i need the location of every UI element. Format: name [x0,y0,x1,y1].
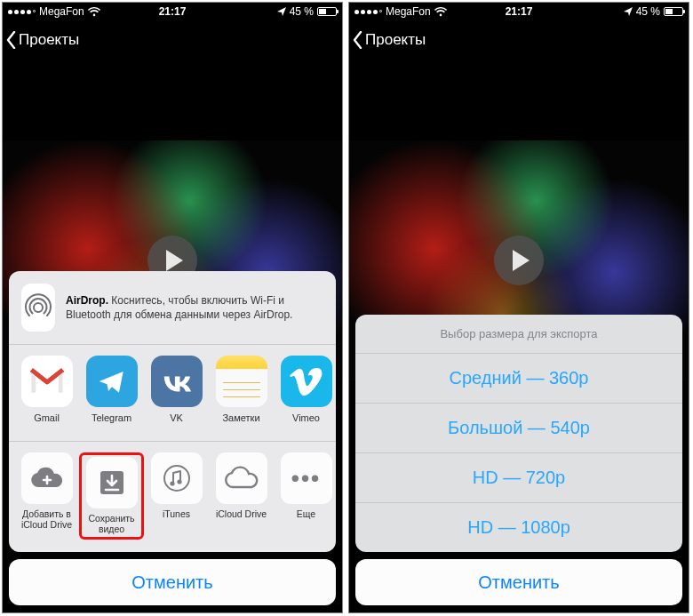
telegram-icon [86,356,138,407]
phone-export-size: MegaFon 21:17 45 % Проекты Выбор размера… [348,2,689,613]
signal-dots-icon [8,10,36,14]
battery-icon [664,7,683,16]
status-bar: MegaFon 21:17 45 % [349,3,689,20]
share-actions-row[interactable]: Добавить в iCloud Drive Сохранить видео … [9,442,336,552]
airdrop-text: AirDrop. Коснитесь, чтобы включить Wi-Fi… [66,293,323,322]
share-app-telegram[interactable]: Telegram [79,356,144,434]
battery-icon [317,7,337,16]
share-app-gmail[interactable]: Gmail [14,356,79,434]
back-button[interactable]: Проекты [353,31,426,49]
export-option-720p[interactable]: HD — 720p [355,452,682,502]
wifi-icon [88,7,100,17]
save-video-icon [86,457,138,508]
share-sheet: AirDrop. Коснитесь, чтобы включить Wi-Fi… [9,271,336,605]
vimeo-icon [281,356,332,407]
chevron-left-icon [353,31,363,49]
nav-bar: Проекты [349,20,689,60]
phone-share-sheet: MegaFon 21:17 45 % Проекты [2,2,343,613]
airdrop-row[interactable]: AirDrop. Коснитесь, чтобы включить Wi-Fi… [9,271,336,345]
back-button[interactable]: Проекты [6,31,79,49]
cancel-button[interactable]: Отменить [355,559,682,605]
back-label: Проекты [365,31,426,49]
location-arrow-icon [277,7,286,16]
status-bar: MegaFon 21:17 45 % [3,3,342,20]
carrier-label: MegaFon [39,5,84,18]
share-apps-row[interactable]: Gmail Telegram VK Заметки [9,345,336,442]
cloud-add-icon [21,452,73,504]
clock: 21:17 [506,5,533,18]
battery-percent: 45 % [290,5,314,18]
play-button[interactable] [494,236,544,285]
battery-percent: 45 % [636,5,660,18]
itunes-icon [151,452,203,504]
vk-icon [151,356,203,407]
nav-bar: Проекты [3,20,342,60]
carrier-label: MegaFon [386,5,431,18]
share-app-vimeo[interactable]: Vimeo [274,356,336,434]
chevron-left-icon [6,31,17,49]
share-app-notes[interactable]: Заметки [209,356,274,434]
airdrop-icon [21,284,55,332]
export-option-540p[interactable]: Большой — 540p [355,403,682,452]
more-icon: ••• [281,452,332,504]
cloud-icon [216,452,267,504]
location-arrow-icon [624,7,633,16]
gmail-icon [21,356,73,407]
action-icloud-drive[interactable]: iCloud Drive [209,452,274,540]
svg-point-2 [164,466,189,491]
export-option-1080p[interactable]: HD — 1080p [355,502,682,552]
svg-point-0 [34,303,43,312]
clock: 21:17 [159,5,187,18]
wifi-icon [434,7,447,17]
cancel-button[interactable]: Отменить [9,559,336,605]
action-add-icloud[interactable]: Добавить в iCloud Drive [14,452,79,540]
share-app-vk[interactable]: VK [144,356,209,434]
export-size-sheet: Выбор размера для экспорта Средний — 360… [355,315,682,605]
action-save-video[interactable]: Сохранить видео [79,452,144,540]
signal-dots-icon [354,10,382,14]
svg-point-3 [170,481,174,485]
export-option-360p[interactable]: Средний — 360p [355,353,682,403]
action-itunes[interactable]: iTunes [144,452,209,540]
action-more[interactable]: ••• Еще [274,452,336,540]
back-label: Проекты [19,31,79,49]
notes-icon [216,356,267,407]
export-size-title: Выбор размера для экспорта [355,315,682,353]
